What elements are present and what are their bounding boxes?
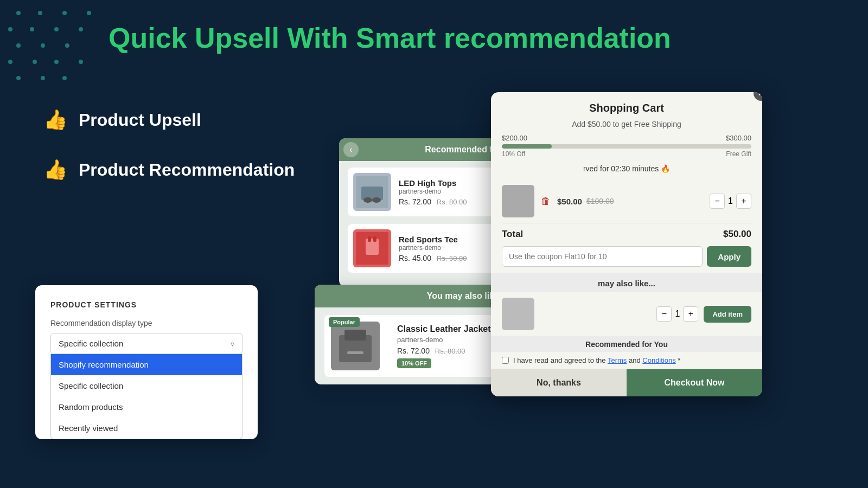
- progress-bar-fill: [502, 144, 552, 149]
- cart-subtext: Add $50.00 to get Free Shipping: [491, 120, 762, 129]
- cart-divider: [502, 223, 751, 223]
- progress-bar: [502, 144, 751, 149]
- select-display[interactable]: Specific collection ▿: [50, 333, 242, 354]
- rec-section-label: Recommended for You: [491, 336, 762, 352]
- cart-qty: 1: [728, 196, 733, 206]
- page-header: Quick Upsell With Smart recommendation: [108, 22, 868, 54]
- checkout-button[interactable]: Checkout Now: [627, 369, 762, 396]
- select-current-value: Specific collection: [59, 339, 123, 348]
- dropdown-item-specific[interactable]: Specific collection: [51, 375, 242, 396]
- cart-also-qty: 1: [675, 309, 680, 319]
- progress-labels: $200.00 $300.00: [502, 134, 751, 142]
- cart-qty-increase[interactable]: +: [736, 194, 751, 209]
- svg-rect-6: [368, 236, 371, 242]
- cart-also-qty-decrease[interactable]: −: [656, 306, 672, 322]
- cart-item-prices: $50.00 $100.00: [557, 197, 703, 206]
- settings-title: PRODUCT SETTINGS: [50, 300, 242, 309]
- dropdown-item-random[interactable]: Random products: [51, 396, 242, 418]
- cart-also-item: − 1 + Add item: [491, 292, 762, 336]
- discount-badge: 10% OFF: [397, 358, 431, 368]
- product-settings-panel: PRODUCT SETTINGS Recommendation display …: [35, 285, 258, 439]
- popular-badge: Popular: [329, 317, 360, 327]
- no-thanks-button[interactable]: No, thanks: [491, 369, 627, 396]
- progress-sublabels: 10% Off Free Gift: [502, 150, 751, 158]
- feature-product-recommendation: 👍 Product Recommendation: [43, 158, 295, 181]
- rec-item-image-1: [353, 229, 391, 267]
- cart-timer: rved for 02:30 minutes 🔥: [491, 164, 762, 173]
- svg-point-2: [363, 197, 372, 203]
- progress-bar-section: $200.00 $300.00 10% Off Free Gift: [491, 134, 762, 158]
- dropdown-item-shopify[interactable]: Shopify recommendation: [51, 354, 242, 375]
- thumbs-up-icon-2: 👍: [43, 158, 68, 181]
- terms-checkbox[interactable]: [502, 357, 509, 364]
- svg-point-3: [372, 197, 381, 203]
- svg-rect-5: [366, 239, 379, 255]
- cart-item-image: [502, 185, 534, 217]
- apply-button[interactable]: Apply: [707, 246, 751, 267]
- coupon-row: Apply: [491, 246, 762, 267]
- page-title: Quick Upsell With Smart recommendation: [108, 22, 868, 54]
- cart-terms: I have read and agreed to the Terms and …: [491, 352, 762, 369]
- decorative-dots: [0, 0, 108, 87]
- coupon-input[interactable]: [502, 246, 703, 267]
- also-section-title: may also like...: [491, 273, 762, 292]
- thumbs-up-icon: 👍: [43, 108, 68, 131]
- cart-total-row: Total $50.00: [491, 229, 762, 240]
- cart-title: Shopping Cart: [491, 92, 762, 120]
- shopping-cart-panel: ✕ Shopping Cart Add $50.00 to get Free S…: [491, 92, 762, 396]
- dropdown-menu: Shopify recommendation Specific collecti…: [50, 354, 242, 439]
- cart-qty-decrease[interactable]: −: [710, 194, 725, 209]
- svg-rect-7: [373, 236, 376, 242]
- rec-prev-button[interactable]: ‹: [343, 142, 359, 157]
- cart-also-image: [502, 298, 534, 330]
- features-list: 👍 Product Upsell 👍 Product Recommendatio…: [43, 108, 295, 208]
- recommendation-type-select[interactable]: Specific collection ▿ Shopify recommenda…: [50, 333, 242, 439]
- settings-label: Recommendation display type: [50, 319, 242, 328]
- feature-product-upsell: 👍 Product Upsell: [43, 108, 295, 131]
- cart-item-row: 🗑 $50.00 $100.00 − 1 +: [491, 179, 762, 223]
- svg-rect-12: [502, 185, 534, 217]
- conditions-link[interactable]: Conditions: [642, 356, 675, 364]
- chevron-down-icon: ▿: [231, 339, 234, 348]
- cart-item-details: $50.00 $100.00: [557, 197, 703, 206]
- cart-also-add-button[interactable]: Add item: [704, 306, 751, 323]
- cart-footer: No, thanks Checkout Now: [491, 369, 762, 396]
- rec-item-image-0: [353, 173, 391, 211]
- svg-rect-10: [344, 330, 366, 341]
- cart-also-qty-increase[interactable]: +: [683, 306, 698, 322]
- cart-also-actions: − 1 +: [656, 306, 698, 322]
- also-item-image: [331, 322, 380, 370]
- svg-rect-1: [361, 187, 383, 200]
- dropdown-item-recently[interactable]: Recently viewed: [51, 418, 242, 439]
- terms-link[interactable]: Terms: [608, 356, 627, 364]
- cart-qty-controls: − 1 +: [710, 194, 751, 209]
- svg-rect-11: [347, 351, 363, 354]
- trash-icon[interactable]: 🗑: [541, 196, 551, 207]
